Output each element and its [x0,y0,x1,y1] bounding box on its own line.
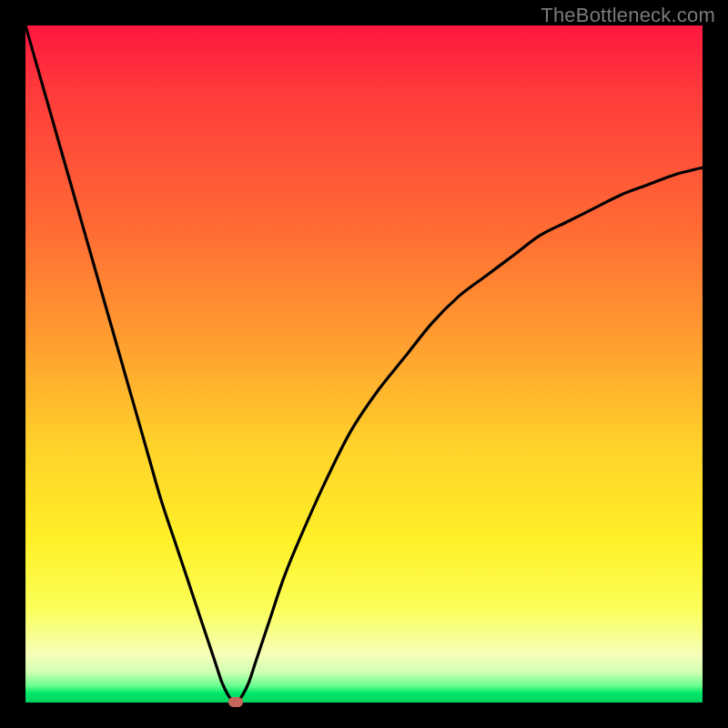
chart-minimum-marker [228,697,243,707]
chart-frame: TheBottleneck.com [0,0,728,728]
chart-plot-area [25,25,703,703]
attribution-label: TheBottleneck.com [541,4,715,27]
chart-line [25,25,703,703]
